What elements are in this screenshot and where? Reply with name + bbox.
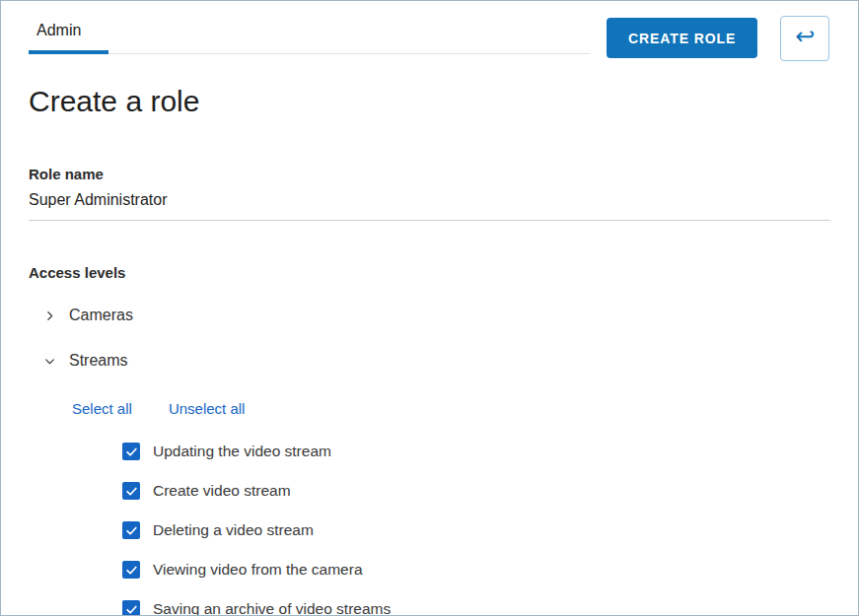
group-cameras[interactable]: Cameras [29, 305, 830, 326]
permission-row[interactable]: Create video stream [122, 482, 830, 500]
check-icon [125, 445, 138, 458]
permission-row[interactable]: Viewing video from the camera [122, 561, 830, 579]
undo-arrow-icon: ↩ [795, 25, 815, 48]
bulk-select-links: Select all Unselect all [29, 400, 830, 417]
select-all-link[interactable]: Select all [72, 400, 132, 417]
permission-label: Viewing video from the camera [153, 561, 363, 579]
top-bar: Admin CREATE ROLE ↩ [29, 16, 830, 61]
checkbox-checked[interactable] [122, 482, 140, 500]
checkbox-checked[interactable] [122, 443, 140, 460]
permission-list: Updating the video stream Create video s… [29, 443, 830, 616]
page-title: Create a role [29, 85, 830, 118]
group-cameras-label: Cameras [69, 307, 133, 324]
check-icon [125, 485, 138, 498]
group-streams-label: Streams [69, 352, 128, 370]
tab-admin-label: Admin [36, 22, 81, 38]
create-role-page: Admin CREATE ROLE ↩ Create a role Role n… [0, 0, 859, 616]
chevron-down-icon [43, 355, 56, 368]
permission-row[interactable]: Deleting a video stream [122, 521, 830, 539]
permission-row[interactable]: Saving an archive of video streams [122, 600, 830, 616]
back-button[interactable]: ↩ [780, 16, 829, 61]
role-name-label: Role name [29, 166, 830, 182]
chevron-right-icon [43, 309, 56, 322]
check-icon [125, 603, 138, 616]
group-streams[interactable]: Streams [29, 350, 830, 372]
create-role-button[interactable]: CREATE ROLE [607, 18, 757, 58]
permission-row[interactable]: Updating the video stream [122, 443, 830, 460]
role-name-input[interactable] [29, 182, 830, 221]
checkbox-checked[interactable] [122, 521, 140, 539]
access-levels-label: Access levels [29, 264, 830, 281]
tab-bar: Admin [29, 16, 591, 54]
checkbox-checked[interactable] [122, 561, 140, 579]
unselect-all-link[interactable]: Unselect all [169, 400, 246, 417]
checkbox-checked[interactable] [122, 600, 140, 616]
permission-label: Updating the video stream [153, 443, 331, 460]
check-icon [125, 564, 138, 577]
tab-admin[interactable]: Admin [29, 16, 108, 54]
permission-label: Create video stream [153, 482, 291, 500]
check-icon [125, 524, 138, 537]
permission-label: Saving an archive of video streams [153, 600, 391, 616]
permission-label: Deleting a video stream [153, 521, 314, 539]
